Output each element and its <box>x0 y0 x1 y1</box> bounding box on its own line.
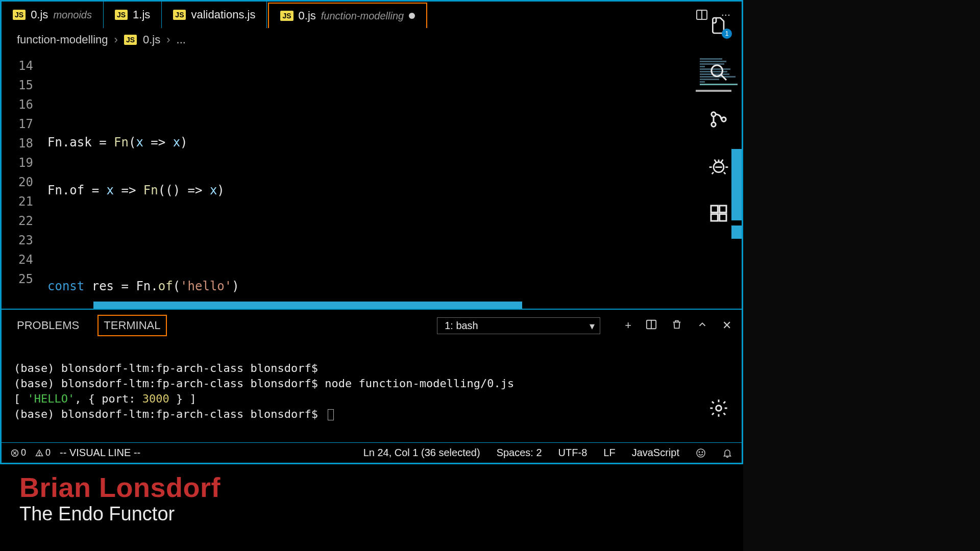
tab-0js-monoids[interactable]: JS 0.js monoids <box>2 2 104 28</box>
extensions-icon[interactable] <box>708 203 729 223</box>
tab-0js-function-modelling[interactable]: JS 0.js function-modelling <box>268 3 427 28</box>
terminal-cursor <box>328 409 334 420</box>
panel-actions: + ✕ <box>625 319 731 332</box>
explorer-icon[interactable]: 1 <box>708 15 729 36</box>
panel-tabs: PROBLEMS TERMINAL 1: bash + ✕ <box>2 310 742 341</box>
code-area[interactable]: Fn.ask = Fn(x => x) Fn.of = x => Fn(() =… <box>47 52 742 309</box>
unsaved-dot-icon <box>409 13 415 19</box>
vim-mode: -- VISUAL LINE -- <box>60 447 140 459</box>
js-badge-icon: JS <box>13 10 26 20</box>
tab-folder: monoids <box>53 9 92 21</box>
new-terminal-icon[interactable]: + <box>625 319 631 332</box>
code-line <box>47 229 742 248</box>
vscode-window: JS 0.js monoids JS 1.js JS validations.j… <box>0 0 743 464</box>
status-eol[interactable]: LF <box>603 447 615 459</box>
status-indent[interactable]: Spaces: 2 <box>497 447 542 459</box>
source-control-icon[interactable] <box>708 109 729 130</box>
settings-gear-icon[interactable]: 1 <box>708 398 729 428</box>
line-number: 16 <box>2 95 47 114</box>
svg-line-13 <box>721 75 726 80</box>
line-number: 22 <box>2 211 47 231</box>
kill-terminal-icon[interactable] <box>671 319 682 332</box>
svg-rect-19 <box>711 206 718 212</box>
svg-point-12 <box>712 65 723 77</box>
breadcrumb-folder: function-modelling <box>17 33 108 46</box>
panel-tab-terminal[interactable]: TERMINAL <box>97 315 166 336</box>
line-number: 23 <box>2 231 47 250</box>
line-number: 19 <box>2 153 47 172</box>
badge: 1 <box>722 29 732 39</box>
svg-rect-22 <box>720 206 726 212</box>
breadcrumb-file: 0.js <box>143 33 160 46</box>
maximize-panel-icon[interactable] <box>697 319 708 332</box>
tab-folder: function-modelling <box>321 10 404 22</box>
split-terminal-icon[interactable] <box>646 319 657 332</box>
line-number: 20 <box>2 172 47 192</box>
talk-title: The Endo Functor <box>19 503 220 525</box>
svg-point-8 <box>39 455 39 455</box>
svg-point-15 <box>712 122 716 127</box>
svg-point-14 <box>712 112 716 116</box>
horizontal-scrollbar[interactable] <box>93 302 522 309</box>
terminal-line: (base) blonsdorf-ltm:fp-arch-class blons… <box>14 408 334 420</box>
terminal-line: (base) blonsdorf-ltm:fp-arch-class blons… <box>14 362 318 374</box>
chevron-right-icon: › <box>114 33 118 46</box>
status-cursor-position[interactable]: Ln 24, Col 1 (36 selected) <box>363 447 480 459</box>
js-badge-icon: JS <box>124 35 137 45</box>
debug-icon[interactable] <box>708 156 729 177</box>
status-warnings[interactable]: 0 <box>35 447 51 458</box>
bottom-panel: PROBLEMS TERMINAL 1: bash + ✕ (base) blo… <box>2 309 742 442</box>
search-icon[interactable] <box>708 62 729 83</box>
line-number: 17 <box>2 114 47 134</box>
breadcrumb[interactable]: function-modelling › JS 0.js › ... <box>2 28 742 52</box>
status-language[interactable]: JavaScript <box>632 447 679 459</box>
js-badge-icon: JS <box>115 10 128 20</box>
js-badge-icon: JS <box>173 10 186 20</box>
line-number: 25 <box>2 269 47 289</box>
tab-filename: 0.js <box>299 9 316 22</box>
close-panel-icon[interactable]: ✕ <box>722 319 731 332</box>
terminal-line: (base) blonsdorf-ltm:fp-arch-class blons… <box>14 377 514 390</box>
settings-container: 1 <box>697 398 740 428</box>
chevron-right-icon: › <box>166 33 170 46</box>
svg-rect-21 <box>720 214 726 221</box>
code-line: Fn.of = x => Fn(() => x) <box>47 181 742 200</box>
status-bar: 0 0 -- VISUAL LINE -- Ln 24, Col 1 (36 s… <box>2 442 742 463</box>
line-number: 14 <box>2 56 47 76</box>
code-line: const res = Fn.of('hello') <box>47 277 742 296</box>
code-line: Fn.ask = Fn(x => x) <box>47 133 742 152</box>
svg-point-9 <box>697 449 705 457</box>
activity-bar: 1 <box>697 4 740 250</box>
status-encoding[interactable]: UTF-8 <box>558 447 587 459</box>
feedback-smiley-icon[interactable] <box>696 448 706 458</box>
line-number: 21 <box>2 192 47 211</box>
lower-third: Brian Lonsdorf The Endo Functor <box>19 471 220 525</box>
terminal-output[interactable]: (base) blonsdorf-ltm:fp-arch-class blons… <box>2 341 742 442</box>
svg-point-16 <box>722 117 726 121</box>
line-number: 24 <box>2 250 47 269</box>
svg-point-10 <box>699 452 700 453</box>
breadcrumb-tail: ... <box>177 33 186 46</box>
tab-filename: validations.js <box>191 8 255 21</box>
line-number: 15 <box>2 76 47 95</box>
editor[interactable]: 14 15 16 17 18 19 20 21 22 23 24 25 Fn.a… <box>2 52 742 309</box>
terminal-line: [ 'HELLO', { port: 3000 } ] <box>14 392 197 405</box>
tab-filename: 0.js <box>31 8 48 21</box>
notifications-bell-icon[interactable] <box>722 448 732 458</box>
terminal-selector[interactable]: 1: bash <box>437 317 600 334</box>
panel-tab-problems[interactable]: PROBLEMS <box>12 316 84 335</box>
presenter-video <box>743 0 980 551</box>
badge: 1 <box>708 418 713 427</box>
tab-validations[interactable]: JS validations.js <box>162 2 267 28</box>
code-line <box>47 85 742 104</box>
svg-rect-20 <box>711 214 718 221</box>
tab-filename: 1.js <box>133 8 150 21</box>
status-errors[interactable]: 0 <box>11 447 26 458</box>
tab-1js[interactable]: JS 1.js <box>104 2 162 28</box>
line-number: 18 <box>2 134 47 153</box>
editor-tabs: JS 0.js monoids JS 1.js JS validations.j… <box>2 2 742 28</box>
line-gutter: 14 15 16 17 18 19 20 21 22 23 24 25 <box>2 52 47 309</box>
speaker-name: Brian Lonsdorf <box>19 471 220 503</box>
svg-point-11 <box>702 452 703 453</box>
svg-point-23 <box>716 406 722 411</box>
